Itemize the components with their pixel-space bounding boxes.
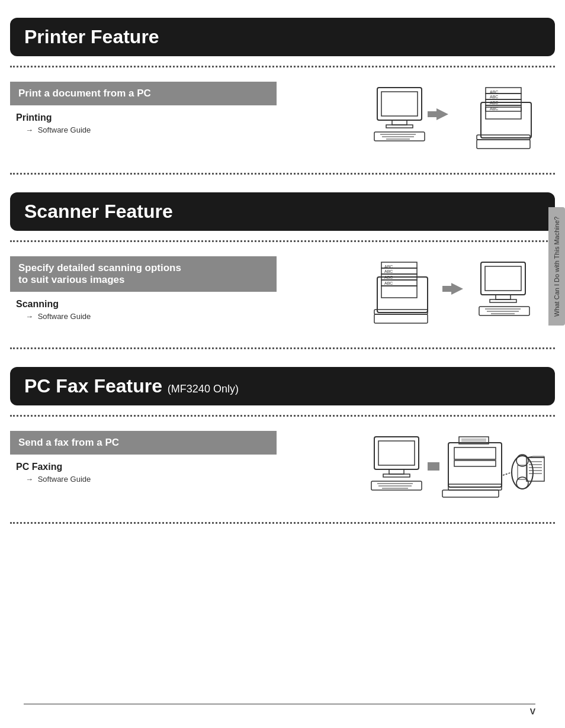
svg-rect-44: [378, 441, 415, 465]
svg-rect-32: [374, 314, 428, 323]
svg-text:ABC: ABC: [490, 95, 498, 99]
scanner-feature-label: Scanning: [16, 299, 354, 310]
svg-rect-53: [454, 447, 496, 459]
scanner-ref-text: Software Guide: [38, 312, 91, 321]
svg-marker-34: [442, 283, 463, 295]
sidebar-tab-text: What Can I Do with This Machine?: [553, 216, 560, 316]
printer-feature-ref: → Software Guide: [25, 125, 354, 134]
pcfax-feature-title-bar: Send a fax from a PC: [10, 431, 277, 455]
svg-rect-46: [383, 474, 410, 477]
svg-rect-66: [527, 458, 544, 481]
scanner-feature-row: Specify detailed scanning optionsto suit…: [10, 250, 555, 339]
pcfax-feature-left: Send a fax from a PC PC Faxing → Softwar…: [10, 431, 365, 484]
printer-to-pc-svg: ABC ABC ABC ABC: [371, 256, 549, 333]
svg-rect-43: [374, 437, 419, 469]
svg-rect-35: [481, 262, 525, 295]
printer-illustration: ABC ABC ABC ABC: [365, 82, 555, 159]
dotted-separator-6: [10, 522, 555, 524]
svg-line-65: [503, 472, 512, 475]
printer-feature-row: Print a document from a PC Printing → So…: [10, 76, 555, 165]
pcfax-feature-ref: → Software Guide: [25, 475, 354, 484]
svg-rect-56: [442, 490, 499, 497]
pcfax-feature-row: Send a fax from a PC PC Faxing → Softwar…: [10, 425, 555, 514]
svg-point-60: [512, 456, 533, 489]
scanner-feature-title: Scanner Feature: [24, 201, 541, 223]
page-number: V: [530, 707, 535, 716]
pcfax-feature-label: PC Faxing: [16, 462, 354, 472]
sidebar-tab: What Can I Do with This Machine?: [548, 207, 565, 326]
pcfax-feature-section: PC Fax Feature (MF3240 Only) Send a fax …: [10, 367, 555, 524]
printer-feature-section: Printer Feature Print a document from a …: [10, 18, 555, 175]
svg-rect-36: [485, 266, 521, 291]
svg-rect-54: [454, 460, 496, 466]
printer-feature-header: Printer Feature: [10, 18, 555, 56]
pcfax-feature-header: PC Fax Feature (MF3240 Only): [10, 367, 555, 405]
printer-ref-text: Software Guide: [38, 125, 91, 134]
pcfax-ref-text: Software Guide: [38, 475, 91, 484]
svg-text:ABC: ABC: [490, 107, 498, 111]
scanner-feature-header: Scanner Feature: [10, 192, 555, 231]
pcfax-ref-arrow: →: [25, 475, 33, 484]
scanner-illustration: ABC ABC ABC ABC: [365, 256, 555, 333]
svg-rect-2: [392, 120, 407, 125]
svg-rect-9: [481, 102, 531, 138]
printer-feature-subtitle: Print a document from a PC: [18, 88, 268, 99]
dotted-separator-1: [10, 66, 555, 67]
svg-rect-51: [428, 462, 439, 471]
svg-rect-38: [490, 299, 516, 302]
dotted-separator-2: [10, 173, 555, 175]
svg-text:ABC: ABC: [384, 269, 393, 273]
svg-marker-8: [428, 108, 448, 120]
pc-to-printer-svg: ABC ABC ABC ABC: [371, 82, 549, 159]
scanner-feature-title-bar: Specify detailed scanning optionsto suit…: [10, 256, 277, 292]
printer-feature-title: Printer Feature: [24, 26, 541, 48]
scanner-ref-arrow: →: [25, 312, 33, 321]
svg-rect-52: [448, 443, 502, 487]
svg-rect-3: [386, 125, 413, 128]
svg-rect-1: [381, 92, 418, 116]
dotted-separator-5: [10, 415, 555, 417]
pcfax-feature-subtitle: Send a fax from a PC: [18, 437, 268, 449]
svg-rect-45: [389, 469, 404, 474]
dotted-separator-4: [10, 347, 555, 349]
svg-text:ABC: ABC: [490, 101, 498, 105]
pcfax-subtitle-small: (MF3240 Only): [168, 383, 239, 395]
printer-feature-label: Printing: [16, 112, 354, 123]
pcfax-illustration: [365, 431, 555, 508]
scanner-feature-subtitle: Specify detailed scanning optionsto suit…: [18, 262, 268, 286]
scanner-feature-left: Specify detailed scanning optionsto suit…: [10, 256, 365, 321]
svg-rect-37: [496, 295, 511, 299]
scanner-feature-ref: → Software Guide: [25, 312, 354, 321]
printer-feature-title-bar: Print a document from a PC: [10, 82, 277, 105]
printer-feature-left: Print a document from a PC Printing → So…: [10, 82, 365, 134]
printer-ref-arrow: →: [25, 125, 33, 134]
svg-text:ABC: ABC: [384, 281, 393, 285]
pc-to-fax-svg: [371, 431, 549, 508]
svg-marker-72: [527, 456, 544, 458]
svg-rect-21: [477, 140, 530, 149]
svg-text:ABC: ABC: [384, 275, 393, 279]
pcfax-feature-title: PC Fax Feature (MF3240 Only): [24, 375, 541, 397]
svg-rect-33: [381, 286, 417, 298]
dotted-separator-3: [10, 240, 555, 242]
scanner-feature-section: Scanner Feature Specify detailed scannin…: [10, 192, 555, 349]
svg-rect-0: [377, 88, 422, 120]
bottom-line: [24, 704, 535, 704]
